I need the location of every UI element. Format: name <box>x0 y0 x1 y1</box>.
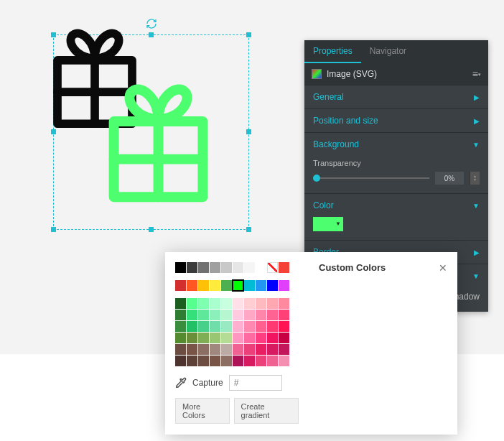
swatch[interactable] <box>198 356 209 366</box>
swatch[interactable] <box>267 333 278 343</box>
eyedropper-icon[interactable] <box>175 377 187 389</box>
swatch[interactable] <box>210 280 220 291</box>
swatch[interactable] <box>256 333 266 343</box>
hex-input[interactable] <box>229 375 282 391</box>
swatch[interactable] <box>198 333 209 343</box>
swatch[interactable] <box>256 310 266 320</box>
create-gradient-button[interactable]: Create gradient <box>234 398 299 424</box>
swatch[interactable] <box>198 280 209 291</box>
swatch[interactable] <box>256 262 266 273</box>
section-position-size[interactable]: Position and size ▶ <box>304 108 488 132</box>
swatch[interactable] <box>256 356 266 366</box>
swatch[interactable] <box>233 280 243 291</box>
swatch[interactable] <box>256 298 266 309</box>
resize-handle-tm[interactable] <box>149 32 154 37</box>
swatch[interactable] <box>210 310 220 320</box>
swatch[interactable] <box>175 356 186 366</box>
swatch[interactable] <box>210 344 220 355</box>
swatch[interactable] <box>187 356 197 366</box>
swatch[interactable] <box>256 321 266 332</box>
swatch[interactable] <box>244 344 255 355</box>
swatch[interactable] <box>244 262 255 273</box>
swatch[interactable] <box>210 356 220 366</box>
hamburger-icon[interactable]: ≡▾ <box>472 68 481 80</box>
transparency-slider[interactable] <box>313 177 429 179</box>
swatch[interactable] <box>267 310 278 320</box>
resize-handle-mr[interactable] <box>246 129 251 134</box>
swatch[interactable] <box>187 333 197 343</box>
transparency-stepper[interactable]: ▲▼ <box>470 172 480 185</box>
swatch[interactable] <box>210 333 220 343</box>
swatch[interactable] <box>244 298 255 309</box>
rotate-handle[interactable] <box>146 18 157 32</box>
tab-navigator[interactable]: Navigator <box>361 40 415 63</box>
swatch[interactable] <box>267 280 278 291</box>
swatch[interactable] <box>279 298 289 309</box>
section-color[interactable]: Color ▼ <box>304 193 488 217</box>
swatch[interactable] <box>175 310 186 320</box>
swatch[interactable] <box>244 280 255 291</box>
selection-box[interactable] <box>53 34 249 230</box>
swatch[interactable] <box>221 356 232 366</box>
swatch[interactable] <box>175 344 186 355</box>
swatch[interactable] <box>267 262 278 273</box>
swatch[interactable] <box>279 321 289 332</box>
swatch[interactable] <box>221 321 232 332</box>
swatch[interactable] <box>198 321 209 332</box>
swatch[interactable] <box>233 356 243 366</box>
swatch[interactable] <box>279 356 289 366</box>
swatch[interactable] <box>233 321 243 332</box>
section-background[interactable]: Background ▼ <box>304 132 488 156</box>
swatch[interactable] <box>221 310 232 320</box>
swatch[interactable] <box>187 280 197 291</box>
swatch[interactable] <box>279 344 289 355</box>
resize-handle-bl[interactable] <box>51 227 56 232</box>
swatch[interactable] <box>187 344 197 355</box>
swatch[interactable] <box>210 262 220 273</box>
swatch[interactable] <box>175 333 186 343</box>
resize-handle-br[interactable] <box>246 227 251 232</box>
swatch[interactable] <box>279 333 289 343</box>
swatch[interactable] <box>267 356 278 366</box>
swatch[interactable] <box>198 298 209 309</box>
swatch[interactable] <box>187 298 197 309</box>
swatch[interactable] <box>233 310 243 320</box>
swatch[interactable] <box>210 298 220 309</box>
swatch[interactable] <box>244 321 255 332</box>
swatch[interactable] <box>279 280 289 291</box>
gift-icon-green[interactable] <box>103 75 214 203</box>
swatch[interactable] <box>244 356 255 366</box>
swatch[interactable] <box>244 310 255 320</box>
swatch[interactable] <box>256 344 266 355</box>
swatch[interactable] <box>256 280 266 291</box>
swatch[interactable] <box>198 344 209 355</box>
swatch[interactable] <box>244 333 255 343</box>
swatch[interactable] <box>233 344 243 355</box>
close-icon[interactable]: ✕ <box>439 262 447 274</box>
swatch[interactable] <box>175 321 186 332</box>
more-colors-button[interactable]: More Colors <box>175 398 230 424</box>
swatch[interactable] <box>233 333 243 343</box>
swatch[interactable] <box>187 262 197 273</box>
swatch[interactable] <box>175 262 186 273</box>
resize-handle-tr[interactable] <box>246 32 251 37</box>
swatch[interactable] <box>233 298 243 309</box>
swatch[interactable] <box>221 298 232 309</box>
color-swatch-button[interactable]: ▼ <box>313 217 343 231</box>
swatch[interactable] <box>187 321 197 332</box>
transparency-value[interactable]: 0% <box>435 172 464 185</box>
resize-handle-bm[interactable] <box>149 227 154 232</box>
swatch[interactable] <box>187 310 197 320</box>
swatch[interactable] <box>279 310 289 320</box>
swatch[interactable] <box>175 280 186 291</box>
swatch[interactable] <box>221 344 232 355</box>
tab-properties[interactable]: Properties <box>304 40 361 63</box>
swatch[interactable] <box>198 310 209 320</box>
swatch[interactable] <box>267 344 278 355</box>
swatch[interactable] <box>198 262 209 273</box>
swatch[interactable] <box>221 262 232 273</box>
swatch[interactable] <box>267 321 278 332</box>
swatch[interactable] <box>279 262 289 273</box>
swatch[interactable] <box>233 262 243 273</box>
swatch[interactable] <box>221 280 232 291</box>
